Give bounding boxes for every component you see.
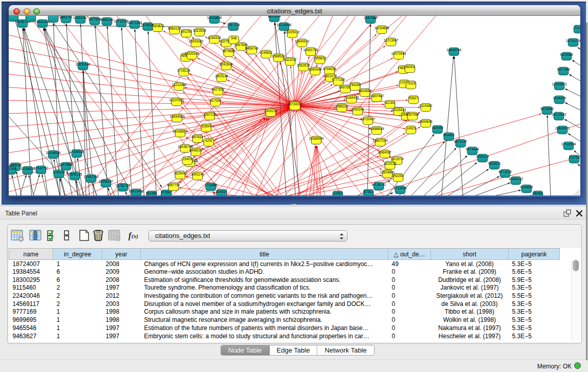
- svg-text:2300213: 2300213: [264, 109, 277, 113]
- svg-text:10688609: 10688609: [369, 127, 384, 130]
- svg-text:1588520: 1588520: [272, 54, 285, 58]
- svg-text:1621072: 1621072: [324, 74, 337, 78]
- svg-text:16154808: 16154808: [375, 26, 389, 30]
- svg-text:19218506: 19218506: [277, 23, 292, 27]
- svg-text:62160: 62160: [385, 101, 395, 104]
- svg-text:20206536: 20206536: [46, 151, 61, 155]
- svg-text:1691144: 1691144: [191, 172, 204, 176]
- svg-text:1716485: 1716485: [204, 183, 217, 187]
- svg-text:1733426: 1733426: [394, 186, 407, 190]
- svg-text:19384554: 19384554: [309, 137, 324, 140]
- svg-text:11123: 11123: [574, 26, 580, 29]
- svg-text:14923: 14923: [406, 126, 416, 130]
- svg-text:18724007: 18724007: [288, 102, 302, 106]
- svg-text:8215955: 8215955: [540, 107, 554, 111]
- svg-text:391546: 391546: [9, 167, 16, 170]
- svg-text:6794024: 6794024: [323, 67, 336, 71]
- svg-text:6990448: 6990448: [309, 68, 322, 71]
- svg-text:417006: 417006: [210, 99, 221, 102]
- svg-text:2967608: 2967608: [234, 43, 248, 47]
- svg-text:1145193: 1145193: [53, 170, 66, 174]
- svg-text:10719155: 10719155: [114, 19, 129, 23]
- svg-text:13640910: 13640910: [295, 39, 310, 43]
- svg-text:22420046: 22420046: [185, 52, 200, 55]
- svg-text:16107552: 16107552: [169, 98, 184, 102]
- svg-text:746266: 746266: [350, 83, 361, 86]
- svg-text:252254: 252254: [393, 174, 404, 178]
- svg-text:1612074: 1612074: [390, 157, 404, 161]
- svg-text:3267130: 3267130: [203, 113, 216, 116]
- svg-text:9146821: 9146821: [259, 51, 273, 54]
- svg-text:12942757: 12942757: [34, 166, 49, 170]
- svg-text:9857791: 9857791: [167, 183, 180, 187]
- svg-text:13524861: 13524861: [380, 170, 395, 174]
- svg-text:857833: 857833: [192, 135, 203, 139]
- svg-text:16671355: 16671355: [127, 21, 142, 25]
- svg-text:8454749: 8454749: [245, 47, 258, 50]
- svg-text:96053: 96053: [405, 65, 415, 69]
- svg-text:4292: 4292: [205, 139, 213, 142]
- svg-text:952450: 952450: [146, 191, 157, 195]
- svg-text:17016504: 17016504: [561, 142, 576, 146]
- svg-text:9242848: 9242848: [220, 62, 233, 66]
- svg-text:8186323: 8186323: [208, 36, 221, 39]
- svg-text:10807487: 10807487: [369, 94, 384, 98]
- svg-text:1527602: 1527602: [88, 17, 101, 21]
- svg-text:53627: 53627: [409, 96, 418, 100]
- svg-text:16543382: 16543382: [189, 39, 204, 43]
- svg-text:2718126: 2718126: [177, 69, 190, 72]
- svg-text:891295: 891295: [181, 30, 192, 33]
- svg-text:1562615: 1562615: [297, 63, 310, 67]
- svg-text:1990341: 1990341: [351, 107, 364, 111]
- svg-text:9115460: 9115460: [420, 104, 432, 107]
- svg-text:1985061: 1985061: [9, 163, 22, 167]
- svg-text:7986322: 7986322: [335, 104, 349, 108]
- svg-text:11156829: 11156829: [20, 167, 35, 170]
- svg-text:12213967: 12213967: [384, 38, 399, 42]
- svg-text:2935114: 2935114: [476, 155, 489, 158]
- svg-text:98456: 98456: [533, 191, 542, 195]
- svg-text:20691406: 20691406: [35, 20, 50, 24]
- svg-text:9474444: 9474444: [466, 147, 479, 151]
- svg-text:3498222: 3498222: [189, 148, 203, 152]
- svg-text:10952: 10952: [333, 191, 342, 195]
- svg-text:8960124: 8960124: [168, 27, 181, 30]
- svg-text:16210643: 16210643: [552, 113, 567, 116]
- svg-text:2803144: 2803144: [215, 74, 228, 78]
- svg-text:6879197: 6879197: [454, 140, 467, 143]
- svg-text:10654112: 10654112: [509, 177, 524, 181]
- svg-text:9084067: 9084067: [378, 150, 391, 154]
- svg-text:15692971: 15692971: [555, 126, 570, 130]
- svg-text:10653267: 10653267: [73, 16, 88, 19]
- svg-text:6466160: 6466160: [100, 18, 114, 21]
- svg-text:20975867: 20975867: [59, 163, 74, 166]
- svg-text:16782759: 16782759: [116, 184, 130, 187]
- svg-text:18807249: 18807249: [373, 139, 388, 142]
- svg-text:16648784: 16648784: [447, 48, 462, 52]
- svg-text:10958107: 10958107: [99, 180, 114, 183]
- svg-text:14136141: 14136141: [372, 183, 386, 186]
- svg-text:15409: 15409: [183, 157, 192, 161]
- svg-text:1615152: 1615152: [383, 162, 397, 165]
- svg-text:804514: 804514: [216, 190, 227, 193]
- svg-text:12505135: 12505135: [68, 172, 82, 176]
- svg-text:546: 546: [231, 36, 237, 40]
- svg-text:12213369: 12213369: [172, 83, 187, 86]
- svg-text:1244415: 1244415: [553, 96, 566, 100]
- svg-text:7357224: 7357224: [227, 23, 240, 27]
- svg-text:15720407: 15720407: [361, 117, 376, 121]
- svg-text:3624554: 3624554: [358, 89, 372, 93]
- svg-text:10973493: 10973493: [391, 52, 406, 55]
- svg-text:9777169: 9777169: [332, 78, 345, 81]
- svg-text:75115: 75115: [406, 81, 416, 85]
- svg-text:8471676: 8471676: [498, 170, 512, 173]
- svg-text:2687682: 2687682: [364, 16, 377, 19]
- svg-text:10025433: 10025433: [391, 108, 406, 112]
- svg-text:7625402: 7625402: [173, 171, 187, 175]
- svg-text:116753: 116753: [569, 156, 580, 159]
- svg-text:17957253: 17957253: [84, 175, 99, 179]
- svg-text:9557964: 9557964: [406, 113, 419, 116]
- svg-text:7632621: 7632621: [488, 162, 501, 165]
- svg-text:9329966: 9329966: [560, 53, 573, 56]
- svg-text:8813054: 8813054: [268, 16, 281, 18]
